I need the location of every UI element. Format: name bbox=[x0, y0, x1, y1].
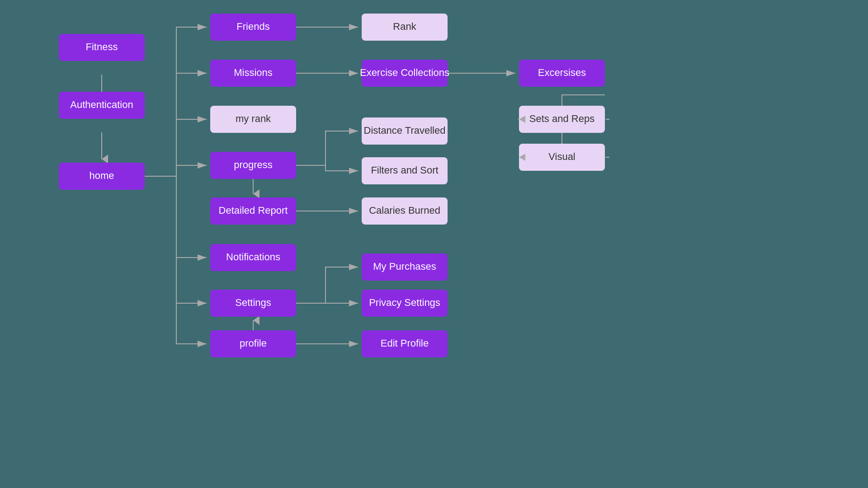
notifications-label: Notifications bbox=[226, 251, 280, 263]
exercise-collections-label: Exercise Collections bbox=[360, 67, 449, 78]
rank-label: Rank bbox=[393, 21, 416, 32]
diagram: Fitness Authentication home Friends Rank… bbox=[0, 0, 868, 488]
authentication-label: Authentication bbox=[70, 99, 133, 110]
my-rank-label: my rank bbox=[236, 113, 271, 124]
excersises-label: Excersises bbox=[538, 67, 586, 78]
fitness-label: Fitness bbox=[86, 41, 118, 52]
sets-and-reps-label: Sets and Reps bbox=[529, 113, 594, 124]
friends-label: Friends bbox=[236, 21, 269, 32]
settings-label: Settings bbox=[235, 297, 271, 308]
progress-label: progress bbox=[234, 159, 273, 170]
missions-label: Missions bbox=[234, 67, 273, 78]
home-label: home bbox=[89, 170, 114, 181]
calories-burned-label: Calaries Burned bbox=[369, 205, 440, 216]
filters-and-sort-label: Filters and Sort bbox=[371, 164, 438, 176]
distance-travelled-label: Distance Travelled bbox=[364, 125, 446, 136]
detailed-report-label: Detailed Report bbox=[219, 205, 288, 216]
visual-label: Visual bbox=[548, 151, 576, 162]
edit-profile-label: Edit Profile bbox=[381, 338, 429, 349]
my-purchases-label: My Purchases bbox=[373, 261, 436, 272]
profile-label: profile bbox=[240, 338, 267, 349]
privacy-settings-label: Privacy Settings bbox=[369, 297, 440, 308]
